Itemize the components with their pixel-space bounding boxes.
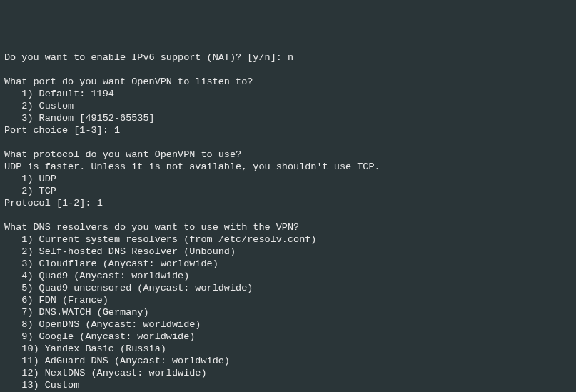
dns-option-8: 8) OpenDNS (Anycast: worldwide) (4, 318, 572, 331)
blank-line (4, 64, 572, 76)
protocol-question: What protocol do you want OpenVPN to use… (4, 149, 572, 161)
dns-option-1: 1) Current system resolvers (from /etc/r… (4, 233, 572, 246)
dns-option-4: 4) Quad9 (Anycast: worldwide) (4, 270, 572, 282)
blank-line (4, 209, 572, 221)
ipv6-line: Do you want to enable IPv6 support (NAT)… (4, 51, 572, 64)
dns-option-3: 3) Cloudflare (Anycast: worldwide) (4, 258, 572, 270)
dns-option-12: 12) NextDNS (Anycast: worldwide) (4, 367, 572, 379)
ipv6-answer: n (288, 52, 293, 63)
protocol-choice-value: 1 (97, 198, 103, 208)
dns-option-6: 6) FDN (France) (4, 294, 572, 306)
dns-option-2: 2) Self-hosted DNS Resolver (Unbound) (4, 246, 572, 258)
port-question: What port do you want OpenVPN to listen … (4, 76, 572, 88)
dns-option-10: 10) Yandex Basic (Russia) (4, 343, 572, 355)
terminal-output[interactable]: Do you want to enable IPv6 support (NAT)… (4, 51, 572, 392)
dns-option-9: 9) Google (Anycast: worldwide) (4, 331, 572, 343)
protocol-choice-label: Protocol [1-2]: (4, 198, 97, 208)
port-option-2: 2) Custom (4, 100, 572, 112)
blank-line (4, 136, 572, 149)
dns-option-11: 11) AdGuard DNS (Anycast: worldwide) (4, 355, 572, 367)
dns-option-5: 5) Quad9 uncensored (Anycast: worldwide) (4, 282, 572, 294)
dns-question: What DNS resolvers do you want to use wi… (4, 221, 572, 233)
protocol-option-1: 1) UDP (4, 173, 572, 185)
port-choice-value: 1 (114, 125, 120, 136)
ipv6-prompt: Do you want to enable IPv6 support (NAT)… (4, 52, 288, 63)
protocol-choice-line: Protocol [1-2]: 1 (4, 197, 572, 209)
protocol-hint: UDP is faster. Unless it is not availabl… (4, 161, 572, 173)
port-option-3: 3) Random [49152-65535] (4, 112, 572, 124)
protocol-option-2: 2) TCP (4, 185, 572, 197)
dns-option-7: 7) DNS.WATCH (Germany) (4, 306, 572, 318)
port-choice-line: Port choice [1-3]: 1 (4, 124, 572, 136)
port-option-1: 1) Default: 1194 (4, 88, 572, 100)
dns-option-13: 13) Custom (4, 379, 572, 391)
port-choice-label: Port choice [1-3]: (4, 125, 114, 136)
